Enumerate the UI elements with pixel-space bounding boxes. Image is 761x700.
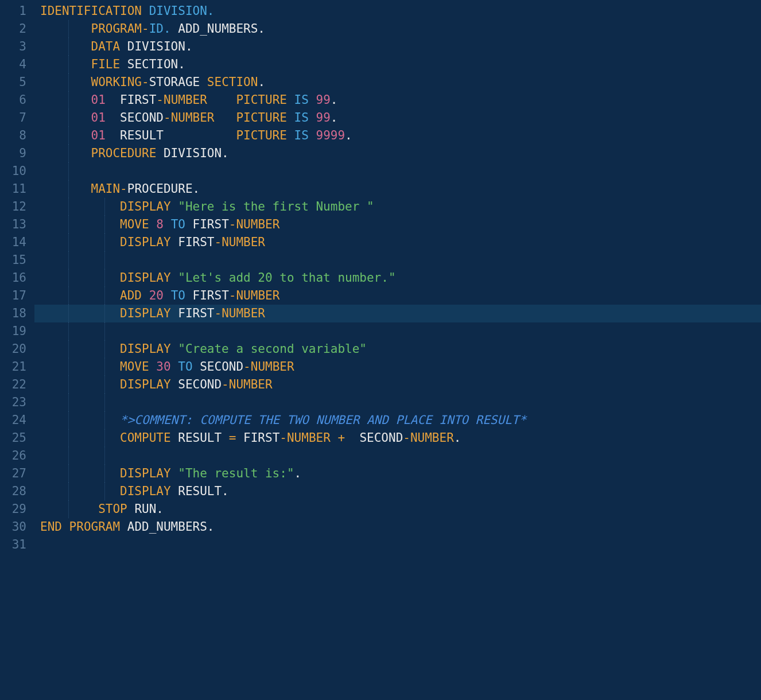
code-line[interactable] xyxy=(34,251,761,269)
code-line[interactable]: STOP RUN. xyxy=(34,500,761,518)
line-number: 26 xyxy=(0,447,34,465)
code-line[interactable]: DATA DIVISION. xyxy=(34,38,761,56)
code-line[interactable]: 01 SECOND-NUMBER PICTURE IS 99. xyxy=(34,109,761,127)
line-number: 16 xyxy=(0,269,34,287)
line-number: 21 xyxy=(0,358,34,376)
code-line[interactable] xyxy=(34,394,761,411)
line-number: 7 xyxy=(0,109,34,127)
code-line[interactable]: DISPLAY "The result is:". xyxy=(34,465,761,483)
code-line[interactable]: DISPLAY "Let's add 20 to that number." xyxy=(34,269,761,287)
line-number: 13 xyxy=(0,216,34,234)
line-number: 25 xyxy=(0,429,34,447)
line-number: 3 xyxy=(0,38,34,56)
line-number: 28 xyxy=(0,483,34,500)
line-number: 24 xyxy=(0,411,34,429)
line-number: 29 xyxy=(0,500,34,518)
code-line[interactable]: PROGRAM-ID. ADD_NUMBERS. xyxy=(34,20,761,38)
code-line[interactable]: DISPLAY RESULT. xyxy=(34,483,761,500)
line-number: 27 xyxy=(0,465,34,483)
line-number: 12 xyxy=(0,198,34,216)
code-line[interactable] xyxy=(34,536,761,554)
code-line[interactable]: *>COMMENT: COMPUTE THE TWO NUMBER AND PL… xyxy=(34,411,761,429)
code-line[interactable]: WORKING-STORAGE SECTION. xyxy=(34,73,761,91)
line-number: 6 xyxy=(0,91,34,109)
code-line[interactable]: IDENTIFICATION DIVISION. xyxy=(34,2,761,20)
code-area[interactable]: IDENTIFICATION DIVISION. PROGRAM-ID. ADD… xyxy=(34,0,761,554)
code-line[interactable]: DISPLAY "Create a second variable" xyxy=(34,340,761,358)
line-number: 9 xyxy=(0,145,34,162)
line-number: 17 xyxy=(0,287,34,305)
line-number: 8 xyxy=(0,127,34,145)
code-line[interactable] xyxy=(34,322,761,340)
code-line[interactable] xyxy=(34,162,761,180)
line-number: 14 xyxy=(0,234,34,251)
code-line-current[interactable]: DISPLAY FIRST-NUMBER xyxy=(34,305,761,322)
code-line[interactable]: DISPLAY "Here is the first Number " xyxy=(34,198,761,216)
line-number: 4 xyxy=(0,56,34,73)
line-number: 31 xyxy=(0,536,34,554)
line-number: 30 xyxy=(0,518,34,536)
line-number: 5 xyxy=(0,73,34,91)
code-line[interactable]: 01 RESULT PICTURE IS 9999. xyxy=(34,127,761,145)
code-line[interactable]: FILE SECTION. xyxy=(34,56,761,73)
code-line[interactable]: END PROGRAM ADD_NUMBERS. xyxy=(34,518,761,536)
line-number: 10 xyxy=(0,162,34,180)
code-line[interactable]: PROCEDURE DIVISION. xyxy=(34,145,761,162)
code-editor[interactable]: 1 2 3 4 5 6 7 8 9 10 11 12 13 14 15 16 1… xyxy=(0,0,761,554)
line-number: 2 xyxy=(0,20,34,38)
code-line[interactable]: MAIN-PROCEDURE. xyxy=(34,180,761,198)
code-line[interactable]: DISPLAY FIRST-NUMBER xyxy=(34,234,761,251)
line-number: 19 xyxy=(0,322,34,340)
line-number: 11 xyxy=(0,180,34,198)
line-number: 18 xyxy=(0,305,34,322)
code-line[interactable]: COMPUTE RESULT = FIRST-NUMBER + SECOND-N… xyxy=(34,429,761,447)
line-number: 23 xyxy=(0,394,34,411)
line-number: 20 xyxy=(0,340,34,358)
code-line[interactable] xyxy=(34,447,761,465)
code-line[interactable]: MOVE 30 TO SECOND-NUMBER xyxy=(34,358,761,376)
line-number: 1 xyxy=(0,2,34,20)
code-line[interactable]: 01 FIRST-NUMBER PICTURE IS 99. xyxy=(34,91,761,109)
line-number: 15 xyxy=(0,251,34,269)
line-number: 22 xyxy=(0,376,34,394)
line-number-gutter: 1 2 3 4 5 6 7 8 9 10 11 12 13 14 15 16 1… xyxy=(0,0,34,554)
code-line[interactable]: ADD 20 TO FIRST-NUMBER xyxy=(34,287,761,305)
code-line[interactable]: DISPLAY SECOND-NUMBER xyxy=(34,376,761,394)
code-line[interactable]: MOVE 8 TO FIRST-NUMBER xyxy=(34,216,761,234)
